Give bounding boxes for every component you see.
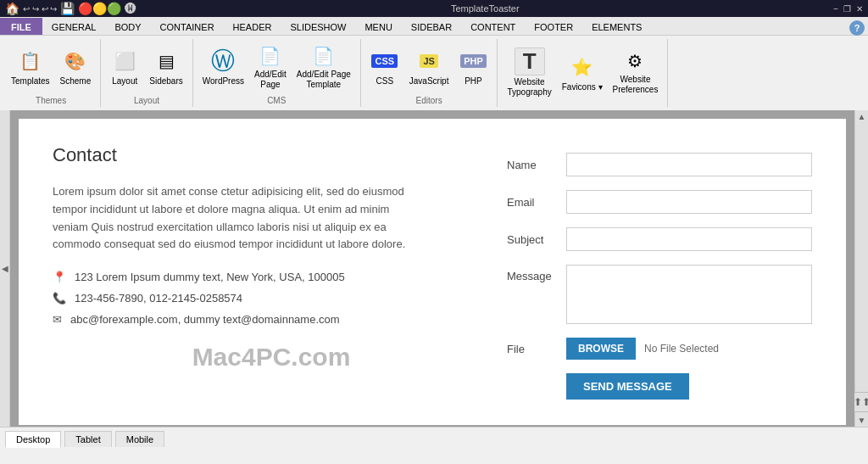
scroll-up-arrow[interactable]: ▲ <box>858 112 866 121</box>
file-form-row: File BROWSE No File Selected <box>507 338 812 360</box>
canvas-content: Contact Lorem ipsum dolor sit amet conse… <box>19 119 846 425</box>
ribbon-group-cms: Ⓦ WordPress 📄 Add/EditPage 📄 Add/Edit Pa… <box>193 39 361 107</box>
layout-button[interactable]: ⬜ Layout <box>106 42 143 92</box>
php-button[interactable]: PHP PHP <box>454 42 492 92</box>
tab-general[interactable]: GENERAL <box>42 18 106 35</box>
browse-button[interactable]: BROWSE <box>566 338 636 360</box>
email-icon: ✉ <box>53 313 62 326</box>
title-bar: 🏠 ↩ ↪ ↩ ↪ 💾 🔴🟡🟢 🅦 TemplateToaster − ❐ ✕ <box>0 0 868 17</box>
ribbon-group-layout: ⬜ Layout ▤ Sidebars Layout <box>101 39 192 107</box>
email-form-row: Email <box>507 190 812 214</box>
templates-icon: 📋 <box>17 48 44 75</box>
minimize-button[interactable]: − <box>833 4 838 14</box>
restore-button[interactable]: ❐ <box>843 4 851 14</box>
collapse-panel-button[interactable]: ◀ <box>0 110 10 427</box>
ribbon-group-editors: CSS CSS JS JavaScript PHP PHP Editors <box>361 39 498 107</box>
contact-phone: 📞 123-456-7890, 012-2145-0258574 <box>53 292 490 305</box>
file-status: No File Selected <box>644 343 719 355</box>
ribbon-group-themes: 📋 Templates 🎨 Scheme Themes <box>2 39 101 107</box>
tab-header[interactable]: HEADER <box>224 18 281 35</box>
editors-group-label: Editors <box>416 96 442 105</box>
contact-form: Name Email Subject Message <box>507 144 812 400</box>
templates-button[interactable]: 📋 Templates <box>7 42 54 92</box>
ribbon-tabs: FILE GENERAL BODY CONTAINER HEADER SLIDE… <box>0 17 868 36</box>
website-preferences-button[interactable]: ⚙ WebsitePreferences <box>609 47 663 98</box>
name-form-row: Name <box>507 153 812 176</box>
phone-icon: 📞 <box>53 292 66 305</box>
name-input[interactable] <box>566 153 812 176</box>
add-edit-page-icon: 📄 <box>257 44 284 68</box>
scheme-icon: 🎨 <box>62 48 89 75</box>
wordpress-icon: Ⓦ <box>209 48 236 75</box>
tab-file[interactable]: FILE <box>0 18 42 35</box>
bottom-bar: Desktop Tablet Mobile <box>0 427 868 450</box>
subject-input[interactable] <box>566 227 812 251</box>
send-message-button[interactable]: SEND MESSAGE <box>566 373 689 400</box>
email-label: Email <box>507 196 566 209</box>
right-scrollbar: ▲ ⬆⬆ ▼ <box>854 110 868 427</box>
ribbon-group-website: T WebsiteTypography ⭐ Favicons ▾ ⚙ Websi… <box>498 39 668 107</box>
website-preferences-icon: ⚙ <box>621 49 648 73</box>
send-message-row: SEND MESSAGE <box>507 373 812 400</box>
contact-title: Contact <box>53 144 490 166</box>
add-edit-page-button[interactable]: 📄 Add/EditPage <box>250 42 291 92</box>
themes-group-label: Themes <box>36 96 66 105</box>
favicons-icon: ⭐ <box>569 53 596 81</box>
subject-form-row: Subject <box>507 227 812 251</box>
contact-left-panel: Contact Lorem ipsum dolor sit amet conse… <box>53 144 490 400</box>
file-label: File <box>507 343 566 355</box>
help-button[interactable]: ? <box>849 20 865 36</box>
view-tab-desktop[interactable]: Desktop <box>5 431 61 448</box>
javascript-icon: JS <box>415 48 442 75</box>
view-tab-mobile[interactable]: Mobile <box>115 431 164 447</box>
name-label: Name <box>507 159 566 171</box>
canvas-area: Contact Lorem ipsum dolor sit amet conse… <box>10 110 854 427</box>
php-icon: PHP <box>459 48 487 75</box>
tab-footer[interactable]: FOOTER <box>525 18 582 35</box>
message-textarea[interactable] <box>566 265 812 324</box>
close-button[interactable]: ✕ <box>856 4 863 14</box>
tab-container[interactable]: CONTAINER <box>151 18 224 35</box>
add-edit-page-template-button[interactable]: 📄 Add/Edit PageTemplate <box>292 42 355 92</box>
add-edit-page-template-icon: 📄 <box>310 44 337 68</box>
layout-group-label: Layout <box>134 96 159 105</box>
scheme-button[interactable]: 🎨 Scheme <box>56 42 96 92</box>
main-area: ◀ Contact Lorem ipsum dolor sit amet con… <box>0 110 868 427</box>
app-title: TemplateToaster <box>136 3 833 14</box>
tab-body[interactable]: BODY <box>105 18 150 35</box>
sidebars-icon: ▤ <box>153 48 180 75</box>
tab-elements[interactable]: ELEMENTS <box>582 18 651 35</box>
cms-group-label: CMS <box>267 96 286 105</box>
wordpress-button[interactable]: Ⓦ WordPress <box>198 42 248 92</box>
location-icon: 📍 <box>53 271 66 283</box>
contact-layout: Contact Lorem ipsum dolor sit amet conse… <box>53 144 812 400</box>
javascript-button[interactable]: JS JavaScript <box>405 42 453 92</box>
css-button[interactable]: CSS CSS <box>366 42 403 92</box>
website-typography-button[interactable]: T WebsiteTypography <box>503 47 555 98</box>
view-tab-tablet[interactable]: Tablet <box>64 431 111 447</box>
ribbon-content: 📋 Templates 🎨 Scheme Themes ⬜ Layout ▤ S… <box>0 36 868 110</box>
message-label: Message <box>507 265 566 282</box>
email-input[interactable] <box>566 190 812 214</box>
contact-description: Lorem ipsum dolor sit amet conse ctetur … <box>53 183 409 254</box>
scroll-down-arrow[interactable]: ▼ <box>858 416 866 425</box>
contact-email: ✉ abc@forexample.com, dummy text@domainn… <box>53 313 490 326</box>
favicons-button[interactable]: ⭐ Favicons ▾ <box>558 47 607 98</box>
watermark: Mac4PC.com <box>53 343 490 372</box>
sidebars-button[interactable]: ▤ Sidebars <box>145 42 186 92</box>
subject-label: Subject <box>507 233 566 246</box>
tab-sidebar[interactable]: SIDEBAR <box>402 18 461 35</box>
tab-content[interactable]: CONTENT <box>461 18 525 35</box>
message-form-row: Message <box>507 265 812 324</box>
layout-icon: ⬜ <box>111 48 138 75</box>
tab-menu[interactable]: MENU <box>355 18 401 35</box>
tab-slideshow[interactable]: SLIDESHOW <box>281 18 355 35</box>
css-icon: CSS <box>371 48 398 75</box>
website-typography-icon: T <box>515 48 545 75</box>
contact-address: 📍 123 Lorem Ipsum dummy text, New York, … <box>53 271 490 283</box>
window-controls[interactable]: − ❐ ✕ <box>833 4 863 14</box>
